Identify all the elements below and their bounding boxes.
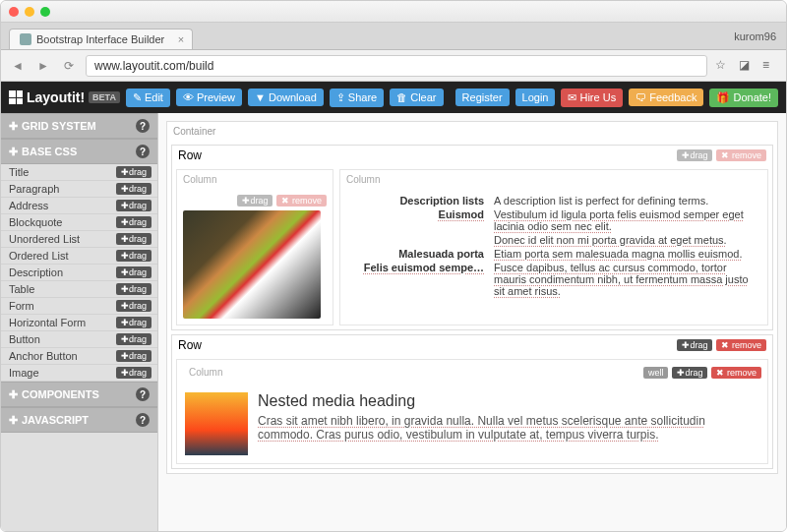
sidebar-item[interactable]: Form✚drag	[1, 298, 157, 315]
close-window-button[interactable]	[9, 7, 19, 17]
row-drag-button[interactable]: ✚drag	[677, 149, 712, 161]
back-icon[interactable]: ◄	[9, 57, 27, 75]
plus-icon: ✚	[9, 388, 18, 401]
row-box[interactable]: Row ✚drag ✖ remove Column well ✚drag	[171, 334, 773, 469]
item-remove-button[interactable]: ✖ remove	[276, 195, 327, 207]
gift-icon: 🎁	[716, 91, 730, 104]
drag-badge[interactable]: ✚drag	[116, 266, 151, 278]
sidebar-item-label: Image	[9, 367, 39, 379]
sidebar-item[interactable]: Horizontal Form✚drag	[1, 315, 157, 331]
browser-urlbar: ◄ ► ⟳ ☆ ◪ ≡	[1, 50, 786, 82]
drag-badge[interactable]: ✚drag	[116, 300, 151, 312]
help-icon[interactable]: ?	[136, 413, 150, 427]
drag-badge[interactable]: ✚drag	[116, 233, 151, 245]
hire-us-button[interactable]: ✉Hire Us	[561, 89, 623, 107]
drag-badge[interactable]: ✚drag	[116, 166, 151, 178]
beta-badge: BETA	[89, 91, 120, 103]
column-box[interactable]: Column well ✚drag ✖ remove Nested media …	[176, 359, 768, 464]
media-heading: Nested media heading	[258, 392, 759, 410]
sidebar-item[interactable]: Image✚drag	[1, 365, 157, 382]
plus-icon: ✚	[9, 146, 18, 158]
row-label: Row	[178, 148, 202, 162]
sidebar-header-grid[interactable]: ✚ GRID SYSTEM ?	[1, 113, 157, 139]
drag-badge[interactable]: ✚drag	[116, 183, 151, 195]
extension-icon[interactable]: ◪	[739, 58, 755, 74]
drag-badge[interactable]: ✚drag	[116, 216, 151, 228]
download-button[interactable]: ▼Download	[248, 89, 324, 106]
tab-title: Bootstrap Interface Builder	[36, 33, 164, 45]
column-label: Column	[340, 170, 767, 189]
row-drag-button[interactable]: ✚drag	[677, 339, 712, 351]
browser-user-label: kurom96	[734, 30, 776, 42]
sidebar-item[interactable]: Ordered List✚drag	[1, 248, 157, 265]
menu-icon[interactable]: ≡	[762, 58, 778, 74]
row-label: Row	[178, 338, 202, 352]
container-label: Container	[167, 122, 777, 141]
help-icon[interactable]: ?	[136, 145, 150, 158]
eye-icon: 👁	[183, 91, 194, 103]
row-remove-button[interactable]: ✖ remove	[716, 339, 766, 351]
forward-icon[interactable]: ►	[34, 57, 52, 75]
sidebar-item[interactable]: Unordered List✚drag	[1, 231, 157, 248]
reload-icon[interactable]: ⟳	[60, 57, 78, 75]
sidebar-item[interactable]: Anchor Button✚drag	[1, 348, 157, 365]
browser-tab[interactable]: Bootstrap Interface Builder ×	[9, 29, 193, 49]
drag-badge[interactable]: ✚drag	[116, 350, 151, 362]
preview-button[interactable]: 👁Preview	[176, 89, 242, 106]
sidebar-item[interactable]: Description✚drag	[1, 265, 157, 281]
column-box[interactable]: Column ✚drag ✖ remove	[176, 169, 333, 325]
media-image	[185, 392, 248, 455]
sidebar-item[interactable]: Paragraph✚drag	[1, 181, 157, 198]
sidebar-item[interactable]: Blockquote✚drag	[1, 214, 157, 231]
sidebar-item[interactable]: Title✚drag	[1, 164, 157, 181]
sidebar-item-label: Address	[9, 200, 48, 211]
sidebar-item[interactable]: Address✚drag	[1, 198, 157, 214]
register-button[interactable]: Register	[455, 89, 510, 106]
share-button[interactable]: ⇪Share	[330, 89, 384, 107]
item-remove-button[interactable]: ✖ remove	[711, 367, 761, 379]
window-titlebar	[1, 1, 786, 23]
drag-badge[interactable]: ✚drag	[116, 367, 151, 379]
help-icon[interactable]: ?	[136, 119, 150, 133]
drag-badge[interactable]: ✚drag	[116, 333, 151, 345]
sidebar-item-label: Paragraph	[9, 183, 59, 195]
sidebar-header-components[interactable]: ✚ COMPONENTS ?	[1, 382, 157, 407]
help-icon[interactable]: ?	[136, 387, 150, 401]
sidebar-item-label: Button	[9, 333, 40, 345]
container-box[interactable]: Container Row ✚drag ✖ remove Column ✚dra…	[166, 121, 778, 474]
minimize-window-button[interactable]	[25, 7, 34, 17]
edit-button[interactable]: ✎Edit	[126, 89, 170, 107]
login-button[interactable]: Login	[515, 89, 556, 106]
media-object[interactable]: Nested media heading Cras sit amet nibh …	[177, 384, 767, 463]
sidebar-header-javascript[interactable]: ✚ JAVASCRIPT ?	[1, 407, 157, 433]
sidebar-item-label: Description	[9, 266, 63, 278]
image-placeholder[interactable]	[183, 210, 321, 319]
sidebar-item[interactable]: Table✚drag	[1, 281, 157, 298]
row-box[interactable]: Row ✚drag ✖ remove Column ✚drag ✖ remove	[171, 145, 773, 330]
close-tab-icon[interactable]: ×	[178, 33, 184, 45]
row-remove-button[interactable]: ✖ remove	[716, 149, 766, 161]
sidebar-header-basecss[interactable]: ✚ BASE CSS ?	[1, 139, 157, 164]
sidebar-item-label: Horizontal Form	[9, 317, 86, 328]
drag-badge[interactable]: ✚drag	[116, 200, 151, 211]
donate-button[interactable]: 🎁Donate!	[709, 89, 778, 107]
clear-button[interactable]: 🗑Clear	[390, 89, 443, 106]
brand[interactable]: Layoutit! BETA	[9, 89, 120, 105]
bookmark-icon[interactable]: ☆	[715, 58, 731, 74]
item-drag-button[interactable]: ✚drag	[672, 367, 707, 379]
drag-badge[interactable]: ✚drag	[116, 317, 151, 328]
drag-badge[interactable]: ✚drag	[116, 250, 151, 262]
well-button[interactable]: well	[643, 367, 669, 379]
url-input[interactable]	[86, 55, 707, 77]
item-drag-button[interactable]: ✚drag	[237, 195, 272, 207]
sidebar-item-label: Table	[9, 283, 34, 295]
column-label: Column	[177, 170, 333, 189]
feedback-button[interactable]: 🗨Feedback	[629, 89, 703, 106]
brand-label: Layoutit!	[27, 89, 85, 105]
sidebar-item[interactable]: Button✚drag	[1, 331, 157, 348]
drag-badge[interactable]: ✚drag	[116, 283, 151, 295]
sidebar: ✚ GRID SYSTEM ? ✚ BASE CSS ? Title✚dragP…	[1, 113, 158, 532]
browser-tabbar: Bootstrap Interface Builder × kurom96	[1, 23, 786, 50]
maximize-window-button[interactable]	[40, 7, 50, 17]
column-box[interactable]: Column Description listsA description li…	[339, 169, 768, 325]
